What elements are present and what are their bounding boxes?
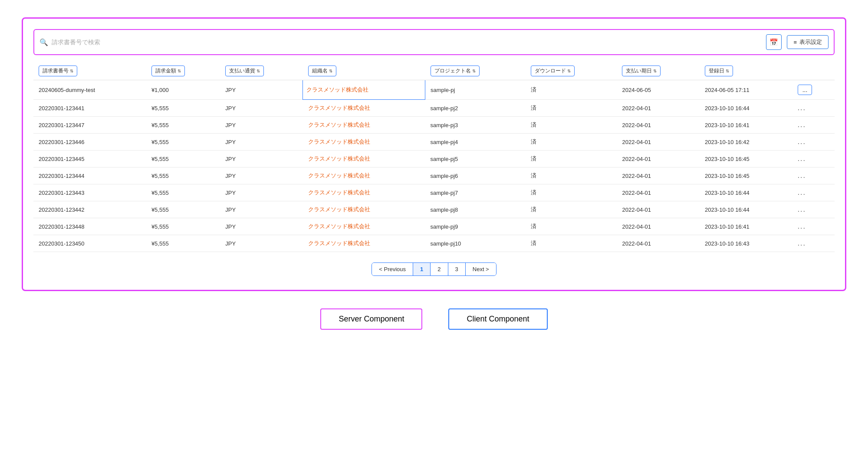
cell-project: sample-pj9	[425, 218, 526, 235]
table-row: 20220301-123444 ¥5,555 JPY クラスメソッド株式会社 s…	[33, 167, 835, 184]
cell-invoice-no: 20220301-123450	[33, 235, 146, 252]
cell-invoice-no: 20240605-dummy-test	[33, 80, 146, 100]
cell-due-date: 2022-04-01	[617, 134, 700, 151]
cell-project: sample-pj4	[425, 134, 526, 151]
action-dots[interactable]: ...	[798, 155, 806, 162]
table-row: 20220301-123441 ¥5,555 JPY クラスメソッド株式会社 s…	[33, 100, 835, 117]
cell-project: sample-pj3	[425, 117, 526, 134]
table-row: 20220301-123447 ¥5,555 JPY クラスメソッド株式会社 s…	[33, 117, 835, 134]
col-header-project-btn[interactable]: プロジェクト名 ⇅	[431, 66, 480, 76]
search-area: 🔍 📅 ≡ 表示設定	[33, 29, 835, 55]
cell-org-name: クラスメソッド株式会社	[303, 218, 425, 235]
cell-registered-date: 2023-10-10 16:45	[700, 151, 792, 167]
cell-actions: ...	[792, 167, 835, 184]
cell-actions: ...	[792, 218, 835, 235]
cell-due-date: 2022-04-01	[617, 117, 700, 134]
settings-icon: ≡	[793, 39, 797, 46]
cell-actions: ...	[792, 235, 835, 252]
cell-actions: ...	[792, 134, 835, 151]
cell-currency: JPY	[220, 235, 303, 252]
table-row: 20220301-123443 ¥5,555 JPY クラスメソッド株式会社 s…	[33, 184, 835, 201]
cell-registered-date: 2024-06-05 17:11	[700, 80, 792, 100]
cell-due-date: 2022-04-01	[617, 218, 700, 235]
page-2-button[interactable]: 2	[431, 263, 448, 275]
sort-icon-download: ⇅	[567, 69, 571, 73]
cell-due-date: 2022-04-01	[617, 100, 700, 117]
cell-registered-date: 2023-10-10 16:45	[700, 167, 792, 184]
table-row: 20240605-dummy-test ¥1,000 JPY クラスメソッド株式…	[33, 80, 835, 100]
cell-invoice-no: 20220301-123446	[33, 134, 146, 151]
action-dots[interactable]: ...	[798, 189, 806, 196]
cell-download: 済	[526, 201, 617, 218]
col-header-currency-btn[interactable]: 支払い通貨 ⇅	[225, 66, 264, 76]
sort-icon-amount: ⇅	[178, 69, 181, 73]
cell-currency: JPY	[220, 184, 303, 201]
sort-icon-registered: ⇅	[726, 69, 729, 73]
col-header-invoice-no-btn[interactable]: 請求書番号 ⇅	[39, 66, 77, 76]
cell-actions: ...	[792, 80, 835, 100]
cell-project: sample-pj10	[425, 235, 526, 252]
cell-due-date: 2022-04-01	[617, 151, 700, 167]
cell-download: 済	[526, 117, 617, 134]
cell-download: 済	[526, 167, 617, 184]
table-row: 20220301-123446 ¥5,555 JPY クラスメソッド株式会社 s…	[33, 134, 835, 151]
cell-amount: ¥5,555	[146, 151, 220, 167]
col-header-download-btn[interactable]: ダウンロード ⇅	[531, 66, 575, 76]
col-header-due-date-btn[interactable]: 支払い期日 ⇅	[622, 66, 661, 76]
display-settings-button[interactable]: ≡ 表示設定	[787, 35, 829, 49]
cell-download: 済	[526, 80, 617, 100]
col-header-org: 組織名 ⇅	[303, 62, 425, 80]
cell-currency: JPY	[220, 218, 303, 235]
cell-invoice-no: 20220301-123445	[33, 151, 146, 167]
col-header-currency: 支払い通貨 ⇅	[220, 62, 303, 80]
cell-due-date: 2022-04-01	[617, 235, 700, 252]
prev-page-button[interactable]: < Previous	[372, 263, 413, 275]
col-header-due-date: 支払い期日 ⇅	[617, 62, 700, 80]
cell-registered-date: 2023-10-10 16:43	[700, 235, 792, 252]
cell-org-name: クラスメソッド株式会社	[303, 167, 425, 184]
sort-icon-currency: ⇅	[256, 69, 260, 73]
col-header-registered-btn[interactable]: 登録日 ⇅	[705, 66, 733, 76]
cell-amount: ¥5,555	[146, 218, 220, 235]
cell-amount: ¥5,555	[146, 201, 220, 218]
cell-amount: ¥5,555	[146, 235, 220, 252]
action-button[interactable]: ...	[798, 85, 812, 95]
legend: Server Component Client Component	[320, 308, 547, 330]
cell-actions: ...	[792, 151, 835, 167]
next-page-button[interactable]: Next >	[466, 263, 496, 275]
cell-currency: JPY	[220, 100, 303, 117]
cell-actions: ...	[792, 201, 835, 218]
cell-invoice-no: 20220301-123443	[33, 184, 146, 201]
cell-download: 済	[526, 235, 617, 252]
table-row: 20220301-123448 ¥5,555 JPY クラスメソッド株式会社 s…	[33, 218, 835, 235]
action-dots[interactable]: ...	[798, 223, 806, 230]
sort-icon-due-date: ⇅	[653, 69, 657, 73]
cell-download: 済	[526, 184, 617, 201]
page-1-button[interactable]: 1	[413, 263, 431, 275]
table-header-row: 請求書番号 ⇅ 請求金額 ⇅ 支払い通貨 ⇅	[33, 62, 835, 80]
client-component-label: Client Component	[448, 308, 547, 330]
col-header-amount-btn[interactable]: 請求金額 ⇅	[151, 66, 185, 76]
search-icon: 🔍	[39, 38, 48, 46]
page-3-button[interactable]: 3	[448, 263, 466, 275]
col-header-org-btn[interactable]: 組織名 ⇅	[308, 66, 336, 76]
table-row: 20220301-123442 ¥5,555 JPY クラスメソッド株式会社 s…	[33, 201, 835, 218]
search-input[interactable]	[52, 39, 761, 46]
cell-registered-date: 2023-10-10 16:44	[700, 100, 792, 117]
col-header-download: ダウンロード ⇅	[526, 62, 617, 80]
action-dots[interactable]: ...	[798, 239, 806, 247]
action-dots[interactable]: ...	[798, 172, 806, 179]
pagination-container: < Previous 1 2 3 Next >	[372, 262, 496, 276]
cell-currency: JPY	[220, 201, 303, 218]
cell-currency: JPY	[220, 151, 303, 167]
cell-amount: ¥5,555	[146, 100, 220, 117]
calendar-button[interactable]: 📅	[766, 34, 782, 50]
calendar-icon: 📅	[769, 38, 778, 46]
action-dots[interactable]: ...	[798, 138, 806, 145]
sort-icon-project: ⇅	[472, 69, 476, 73]
action-dots[interactable]: ...	[798, 104, 806, 111]
cell-actions: ...	[792, 100, 835, 117]
action-dots[interactable]: ...	[798, 206, 806, 213]
action-dots[interactable]: ...	[798, 121, 806, 128]
cell-org-name: クラスメソッド株式会社	[303, 235, 425, 252]
